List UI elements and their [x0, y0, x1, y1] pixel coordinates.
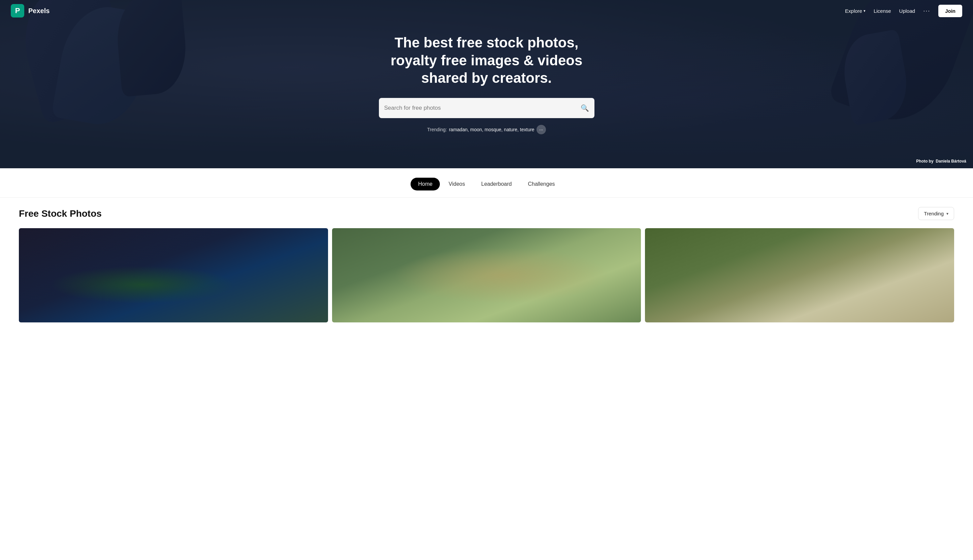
hero-content: The best free stock photos, royalty free…: [0, 0, 973, 168]
search-icon[interactable]: 🔍: [581, 104, 589, 112]
photo-card-2[interactable]: [332, 228, 641, 322]
more-nav-button[interactable]: ···: [923, 7, 930, 15]
photo-grid: [19, 228, 954, 322]
brand-name: Pexels: [28, 7, 50, 15]
hero-section: The best free stock photos, royalty free…: [0, 0, 973, 168]
upload-nav-link[interactable]: Upload: [899, 8, 915, 14]
navbar-left: P Pexels: [11, 4, 50, 18]
explore-chevron-icon: ▾: [864, 9, 866, 13]
photo-card-1[interactable]: [19, 228, 328, 322]
trending-label: Trending:: [427, 127, 447, 132]
join-button[interactable]: Join: [938, 5, 962, 17]
search-input[interactable]: [384, 105, 581, 112]
trending-row: Trending: ramadan, moon, mosque, nature,…: [427, 125, 546, 134]
hero-title: The best free stock photos, royalty free…: [379, 34, 594, 87]
tab-leaderboard[interactable]: Leaderboard: [474, 178, 519, 190]
content-section: Free Stock Photos Trending ▾: [0, 198, 973, 322]
sort-dropdown[interactable]: Trending ▾: [918, 207, 954, 220]
search-bar: 🔍: [379, 98, 594, 118]
pexels-logo-icon[interactable]: P: [11, 4, 24, 18]
photo-card-3[interactable]: [645, 228, 954, 322]
tabs-section: Home Videos Leaderboard Challenges: [0, 168, 973, 198]
explore-nav-link[interactable]: Explore ▾: [845, 8, 866, 14]
tab-videos[interactable]: Videos: [441, 178, 473, 190]
trending-more-button[interactable]: ···: [537, 125, 546, 134]
navbar-right: Explore ▾ License Upload ··· Join: [845, 5, 962, 17]
tab-home[interactable]: Home: [411, 178, 440, 190]
photo-credit: Photo by Daniela Bártová: [916, 159, 966, 163]
section-title: Free Stock Photos: [19, 208, 102, 219]
photo-credit-author[interactable]: Daniela Bártová: [936, 159, 966, 163]
sort-chevron-icon: ▾: [946, 212, 948, 216]
content-header: Free Stock Photos Trending ▾: [19, 207, 954, 220]
license-nav-link[interactable]: License: [874, 8, 891, 14]
tab-challenges[interactable]: Challenges: [521, 178, 562, 190]
trending-links[interactable]: ramadan, moon, mosque, nature, texture: [449, 127, 535, 132]
navbar: P Pexels Explore ▾ License Upload ··· Jo…: [0, 0, 973, 22]
